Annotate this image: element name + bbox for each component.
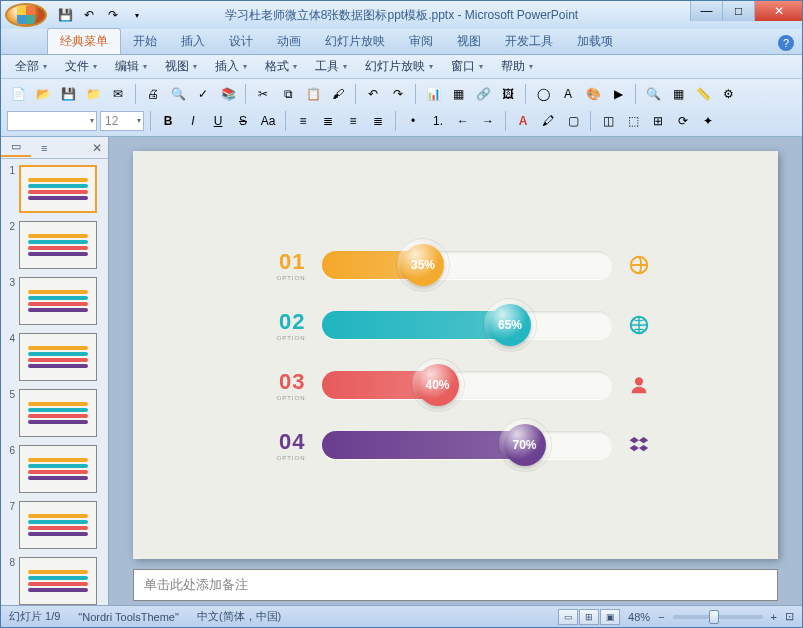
new-slide-button[interactable]: ▢: [562, 110, 584, 132]
menu-format[interactable]: 格式: [257, 55, 305, 78]
menu-all[interactable]: 全部: [7, 55, 55, 78]
macro-button[interactable]: ⚙: [717, 83, 739, 105]
menu-tools[interactable]: 工具: [307, 55, 355, 78]
save-button-2[interactable]: 💾: [57, 83, 79, 105]
mail-button[interactable]: ✉: [107, 83, 129, 105]
strike-button[interactable]: S: [232, 110, 254, 132]
group-button[interactable]: ⊞: [647, 110, 669, 132]
fit-button[interactable]: ⊡: [785, 610, 794, 623]
align-left-button[interactable]: ≡: [292, 110, 314, 132]
outdent-button[interactable]: ←: [452, 110, 474, 132]
tab-home[interactable]: 开始: [121, 29, 169, 54]
menu-view[interactable]: 视图: [157, 55, 205, 78]
redo-button[interactable]: ↷: [103, 5, 123, 25]
save-button[interactable]: 💾: [55, 5, 75, 25]
layout-button[interactable]: ◫: [597, 110, 619, 132]
slide-thumbnail[interactable]: [19, 389, 97, 437]
tab-developer[interactable]: 开发工具: [493, 29, 565, 54]
font-size-combo[interactable]: 12: [100, 111, 144, 131]
grid-button[interactable]: ▦: [667, 83, 689, 105]
indent-button[interactable]: →: [477, 110, 499, 132]
menu-insert[interactable]: 插入: [207, 55, 255, 78]
zoom-level[interactable]: 48%: [628, 611, 650, 623]
shape-button[interactable]: ◯: [532, 83, 554, 105]
menu-slideshow[interactable]: 幻灯片放映: [357, 55, 441, 78]
tab-slideshow[interactable]: 幻灯片放映: [313, 29, 397, 54]
tab-review[interactable]: 审阅: [397, 29, 445, 54]
maximize-button[interactable]: □: [722, 1, 754, 21]
thumbnail-list[interactable]: 1 2 3 4 5 6 7 8: [1, 159, 108, 605]
zoom-slider[interactable]: [673, 615, 763, 619]
menu-window[interactable]: 窗口: [443, 55, 491, 78]
undo-button[interactable]: ↶: [79, 5, 99, 25]
table-button[interactable]: ▦: [447, 83, 469, 105]
fontcase-button[interactable]: Aa: [257, 110, 279, 132]
minimize-button[interactable]: —: [690, 1, 722, 21]
folder-button[interactable]: 📁: [82, 83, 104, 105]
menu-file[interactable]: 文件: [57, 55, 105, 78]
effects-button[interactable]: ✦: [697, 110, 719, 132]
zoom-button[interactable]: 🔍: [642, 83, 664, 105]
slide-thumbnail[interactable]: [19, 165, 97, 213]
view-normal-button[interactable]: ▭: [558, 609, 578, 625]
spell-button[interactable]: ✓: [192, 83, 214, 105]
close-button[interactable]: ✕: [754, 1, 802, 21]
zoom-thumb[interactable]: [709, 610, 719, 624]
undo-button-2[interactable]: ↶: [362, 83, 384, 105]
zoom-out-button[interactable]: −: [658, 611, 664, 623]
slideshow-button[interactable]: ▶: [607, 83, 629, 105]
color-button[interactable]: 🎨: [582, 83, 604, 105]
rotate-button[interactable]: ⟳: [672, 110, 694, 132]
view-sorter-button[interactable]: ⊞: [579, 609, 599, 625]
open-button[interactable]: 📂: [32, 83, 54, 105]
numbering-button[interactable]: 1.: [427, 110, 449, 132]
align-center-button[interactable]: ≣: [317, 110, 339, 132]
panel-close-icon[interactable]: ✕: [86, 141, 108, 155]
new-button[interactable]: 📄: [7, 83, 29, 105]
office-button[interactable]: [5, 3, 47, 27]
bold-button[interactable]: B: [157, 110, 179, 132]
slide-thumbnail[interactable]: [19, 445, 97, 493]
menu-edit[interactable]: 编辑: [107, 55, 155, 78]
slide-thumbnail[interactable]: [19, 333, 97, 381]
tab-animation[interactable]: 动画: [265, 29, 313, 54]
textbox-button[interactable]: A: [557, 83, 579, 105]
tab-design[interactable]: 设计: [217, 29, 265, 54]
bullets-button[interactable]: •: [402, 110, 424, 132]
ruler-button[interactable]: 📏: [692, 83, 714, 105]
copy-button[interactable]: ⧉: [277, 83, 299, 105]
italic-button[interactable]: I: [182, 110, 204, 132]
underline-button[interactable]: U: [207, 110, 229, 132]
cut-button[interactable]: ✂: [252, 83, 274, 105]
tab-view[interactable]: 视图: [445, 29, 493, 54]
panel-tab-outline[interactable]: ≡: [31, 140, 57, 156]
print-button[interactable]: 🖨: [142, 83, 164, 105]
research-button[interactable]: 📚: [217, 83, 239, 105]
slide-thumbnail[interactable]: [19, 557, 97, 605]
slide-thumbnail[interactable]: [19, 501, 97, 549]
paste-button[interactable]: 📋: [302, 83, 324, 105]
slide-canvas[interactable]: 01 OPTION 35% 02 OPTION 65% 03 OPTION 40…: [133, 151, 778, 559]
align-right-button[interactable]: ≡: [342, 110, 364, 132]
preview-button[interactable]: 🔍: [167, 83, 189, 105]
qat-customize[interactable]: ▾: [127, 5, 147, 25]
arrange-button[interactable]: ⬚: [622, 110, 644, 132]
justify-button[interactable]: ≣: [367, 110, 389, 132]
status-language[interactable]: 中文(简体，中国): [197, 609, 281, 624]
format-painter-button[interactable]: 🖌: [327, 83, 349, 105]
slide-thumbnail[interactable]: [19, 277, 97, 325]
tab-addins[interactable]: 加载项: [565, 29, 625, 54]
menu-help[interactable]: 帮助: [493, 55, 537, 78]
notes-pane[interactable]: 单击此处添加备注: [133, 569, 778, 601]
zoom-in-button[interactable]: +: [771, 611, 777, 623]
redo-button-2[interactable]: ↷: [387, 83, 409, 105]
panel-tab-slides[interactable]: ▭: [1, 138, 31, 157]
tab-classic-menu[interactable]: 经典菜单: [47, 28, 121, 54]
view-show-button[interactable]: ▣: [600, 609, 620, 625]
slide-thumbnail[interactable]: [19, 221, 97, 269]
help-icon[interactable]: ?: [778, 35, 794, 51]
picture-button[interactable]: 🖼: [497, 83, 519, 105]
highlight-button[interactable]: 🖍: [537, 110, 559, 132]
chart-button[interactable]: 📊: [422, 83, 444, 105]
font-color-button[interactable]: A: [512, 110, 534, 132]
